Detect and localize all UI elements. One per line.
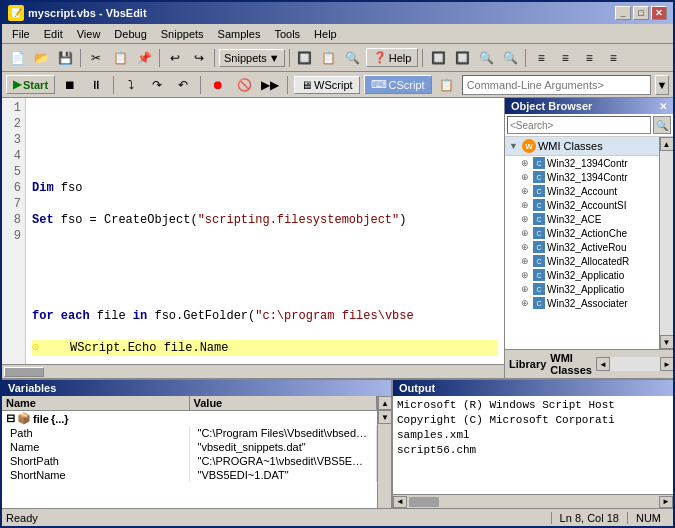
sep1 xyxy=(80,49,81,67)
tb-btn-13[interactable]: ≡ xyxy=(554,47,576,69)
ob-item-5[interactable]: ⊕ C Win32_ACE xyxy=(505,212,659,226)
editor-scrollbar-h[interactable] xyxy=(2,364,504,378)
undo-button[interactable]: ↩ xyxy=(164,47,186,69)
menu-help[interactable]: Help xyxy=(308,26,343,42)
ob-item-8[interactable]: ⊕ C Win32_AllocatedR xyxy=(505,254,659,268)
new-button[interactable]: 📄 xyxy=(6,47,28,69)
ob-scroll-up[interactable]: ▲ xyxy=(660,137,674,151)
vars-scroll-up[interactable]: ▲ xyxy=(378,396,391,410)
tb-btn-7[interactable]: 🔍 xyxy=(342,47,364,69)
ln4: 4 xyxy=(6,148,21,164)
run-sep-btn[interactable]: ▶▶ xyxy=(259,74,281,96)
ob-scroll-track[interactable] xyxy=(660,151,674,335)
close-button[interactable]: ✕ xyxy=(651,6,667,20)
vars-scrollbar[interactable]: ▲ ▼ xyxy=(377,396,391,508)
code-editor[interactable]: Dim fso Set fso = CreateObject("scriptin… xyxy=(26,98,504,364)
var-group-value: {...} xyxy=(51,413,69,425)
pause-button[interactable]: ⏸ xyxy=(85,74,107,96)
ob-root-label: WMI Classes xyxy=(538,140,603,152)
output-scrollbar-h[interactable]: ◄ ► xyxy=(393,494,673,508)
cmdline-input[interactable] xyxy=(462,75,651,95)
lib-scroll-left[interactable]: ◄ xyxy=(596,357,610,371)
ob-item-3[interactable]: ⊕ C Win32_Account xyxy=(505,184,659,198)
cut-button[interactable]: ✂ xyxy=(85,47,107,69)
output-scroll-thumb[interactable] xyxy=(409,497,439,507)
var-group-name: file xyxy=(33,413,49,425)
class-icon-3: C xyxy=(533,185,545,197)
menu-snippets[interactable]: Snippets xyxy=(155,26,210,42)
library-scroll[interactable]: ◄ ► xyxy=(596,357,673,371)
ob-item-6[interactable]: ⊕ C Win32_ActionChe xyxy=(505,226,659,240)
ob-item-4[interactable]: ⊕ C Win32_AccountSI xyxy=(505,198,659,212)
tb-btn-6[interactable]: 📋 xyxy=(318,47,340,69)
step-over-button[interactable]: ↷ xyxy=(146,74,168,96)
wscript-button[interactable]: 🖥 WScript xyxy=(294,76,360,94)
minimize-button[interactable]: _ xyxy=(615,6,631,20)
var-group-file: ⊟ 📦 file {...} xyxy=(2,411,377,426)
code-container[interactable]: 1 2 3 4 5 6 7 8 9 Dim fso Set fso = Crea… xyxy=(2,98,504,364)
help-button[interactable]: ❓ Help xyxy=(366,48,419,67)
sep4 xyxy=(289,49,290,67)
tb-btn-12[interactable]: ≡ xyxy=(530,47,552,69)
tb-btn-15[interactable]: ≡ xyxy=(602,47,624,69)
lib-scroll-track[interactable] xyxy=(610,357,660,371)
open-button[interactable]: 📂 xyxy=(30,47,52,69)
lib-scroll-right[interactable]: ► xyxy=(660,357,673,371)
breakpoint-button[interactable]: ⏺ xyxy=(207,74,229,96)
vars-header: Name Value xyxy=(2,396,377,411)
ob-item-11[interactable]: ⊕ C Win32_Associater xyxy=(505,296,659,310)
snippets-dropdown[interactable]: Snippets ▼ xyxy=(219,49,285,67)
cscript-button[interactable]: ⌨ CScript xyxy=(364,75,432,94)
cscript-icon: ⌨ xyxy=(371,78,387,91)
step-in-button[interactable]: ⤵ xyxy=(120,74,142,96)
ob-item-9[interactable]: ⊕ C Win32_Applicatio xyxy=(505,268,659,282)
var-name-0: Path xyxy=(2,426,190,440)
item11-expand: ⊕ xyxy=(521,298,529,308)
ob-search-button[interactable]: 🔍 xyxy=(653,116,671,134)
ob-root-item[interactable]: ▼ W WMI Classes xyxy=(505,137,659,156)
cmdline-dropdown[interactable]: ▼ xyxy=(655,75,669,95)
help-icon: ❓ xyxy=(373,51,387,64)
clear-breakpoints-button[interactable]: 🚫 xyxy=(233,74,255,96)
maximize-button[interactable]: □ xyxy=(633,6,649,20)
output-scroll-right[interactable]: ► xyxy=(659,496,673,508)
tb-btn-9[interactable]: 🔲 xyxy=(451,47,473,69)
vars-scroll-down[interactable]: ▼ xyxy=(378,410,391,424)
start-button[interactable]: ▶ Start xyxy=(6,75,55,94)
run-sep1 xyxy=(113,76,114,94)
item6-label: Win32_ActionChe xyxy=(547,228,627,239)
menu-samples[interactable]: Samples xyxy=(212,26,267,42)
output-content[interactable]: Microsoft (R) Windows Script Host Copyri… xyxy=(393,396,673,494)
stop-button[interactable]: ⏹ xyxy=(59,74,81,96)
tb-btn-11[interactable]: 🔍 xyxy=(499,47,521,69)
h-scroll-thumb[interactable] xyxy=(4,367,44,377)
ln8: 8 xyxy=(6,212,21,228)
vars-content[interactable]: ⊟ 📦 file {...} Path "C:\Program Files\Vb… xyxy=(2,411,377,508)
paste-button[interactable]: 📌 xyxy=(133,47,155,69)
ob-item-10[interactable]: ⊕ C Win32_Applicatio xyxy=(505,282,659,296)
ob-item-2[interactable]: ⊕ C Win32_1394Contr xyxy=(505,170,659,184)
ob-search-input[interactable] xyxy=(507,116,651,134)
ob-tree[interactable]: ▼ W WMI Classes ⊕ C Win32_1394Contr ⊕ C … xyxy=(505,137,659,349)
menu-debug[interactable]: Debug xyxy=(108,26,152,42)
ob-close-button[interactable]: ✕ xyxy=(659,101,667,112)
ob-scrollbar-v[interactable]: ▲ ▼ xyxy=(659,137,673,349)
tb-btn-8[interactable]: 🔲 xyxy=(427,47,449,69)
step-out-button[interactable]: ↶ xyxy=(172,74,194,96)
menu-edit[interactable]: Edit xyxy=(38,26,69,42)
script-type-btn[interactable]: 📋 xyxy=(436,74,458,96)
tb-btn-14[interactable]: ≡ xyxy=(578,47,600,69)
ob-item-7[interactable]: ⊕ C Win32_ActiveRou xyxy=(505,240,659,254)
output-scroll-left[interactable]: ◄ xyxy=(393,496,407,508)
tb-btn-5[interactable]: 🔲 xyxy=(294,47,316,69)
tb-btn-10[interactable]: 🔍 xyxy=(475,47,497,69)
var-group-expand: ⊟ xyxy=(6,412,15,425)
copy-button[interactable]: 📋 xyxy=(109,47,131,69)
ob-scroll-down[interactable]: ▼ xyxy=(660,335,674,349)
redo-button[interactable]: ↪ xyxy=(188,47,210,69)
menu-tools[interactable]: Tools xyxy=(268,26,306,42)
menu-file[interactable]: File xyxy=(6,26,36,42)
ob-item-1[interactable]: ⊕ C Win32_1394Contr xyxy=(505,156,659,170)
save-button[interactable]: 💾 xyxy=(54,47,76,69)
menu-view[interactable]: View xyxy=(71,26,107,42)
